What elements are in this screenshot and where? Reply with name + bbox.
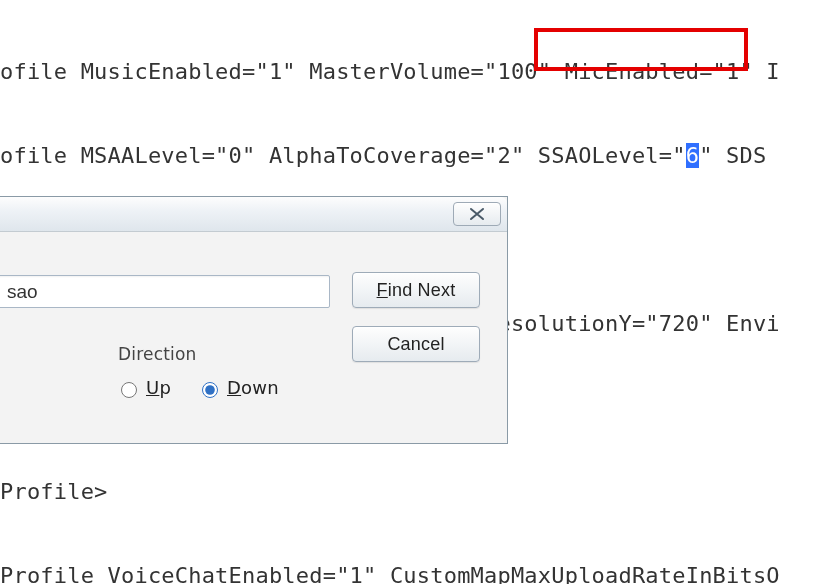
direction-label: Direction — [116, 340, 316, 368]
code-line: Profile VoiceChatEnabled="1" CustomMapMa… — [0, 562, 833, 584]
dialog-titlebar[interactable] — [0, 197, 507, 232]
dialog-close-button[interactable] — [453, 202, 501, 226]
direction-group: Direction Up Down — [116, 340, 316, 402]
direction-down-option[interactable]: Down — [197, 374, 279, 402]
find-what-input[interactable] — [0, 275, 330, 308]
code-line: ofile MusicEnabled="1" MasterVolume="100… — [0, 58, 833, 86]
find-dialog: Find Next Cancel Direction Up Down — [0, 196, 508, 444]
code-line: Profile> — [0, 478, 833, 506]
direction-up-radio[interactable] — [121, 382, 137, 398]
find-next-button[interactable]: Find Next — [352, 272, 480, 308]
direction-down-radio[interactable] — [202, 382, 218, 398]
code-line: ofile MSAALevel="0" AlphaToCoverage="2" … — [0, 142, 833, 170]
close-icon — [466, 207, 488, 221]
search-match: 6 — [686, 143, 699, 168]
cancel-button[interactable]: Cancel — [352, 326, 480, 362]
direction-up-option[interactable]: Up — [116, 374, 171, 402]
